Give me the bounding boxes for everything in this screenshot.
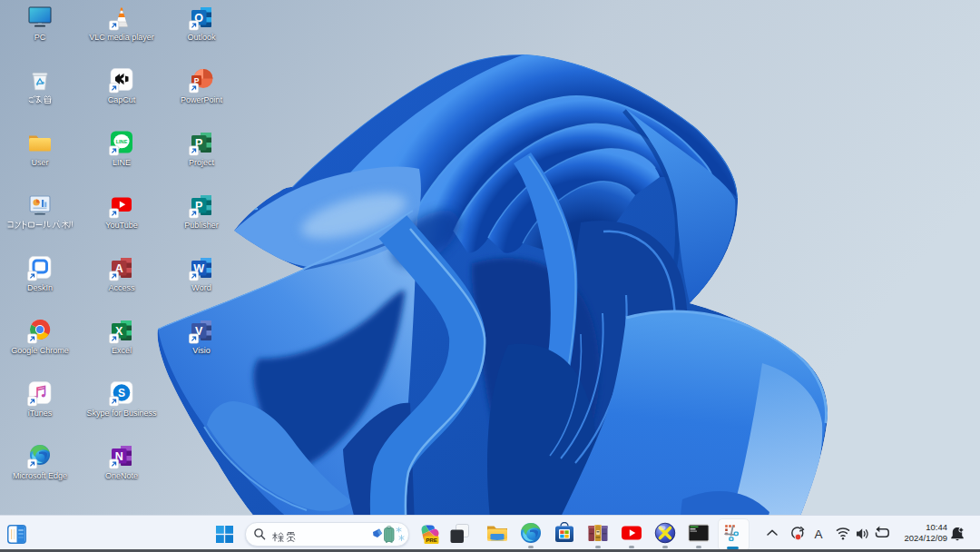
- svg-text:S: S: [118, 387, 125, 399]
- svg-text:A: A: [815, 527, 823, 541]
- svg-text:PRE: PRE: [426, 537, 437, 543]
- svg-text:LINE: LINE: [116, 139, 128, 144]
